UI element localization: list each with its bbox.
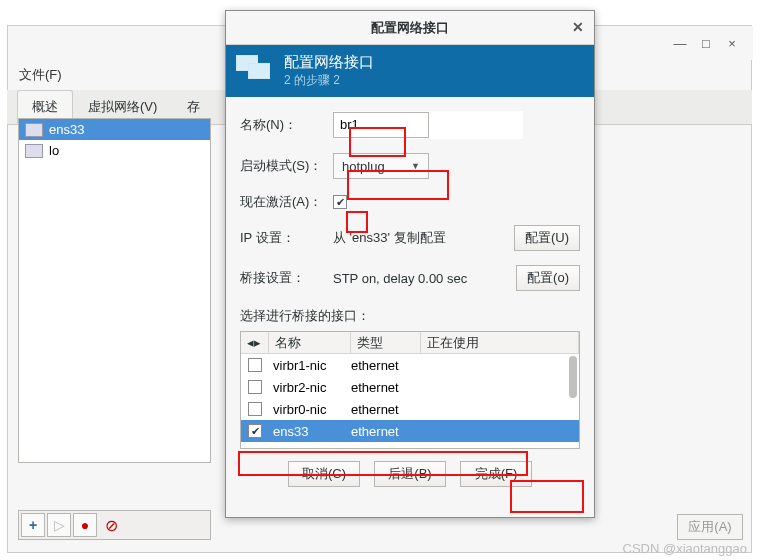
dialog-titlebar: 配置网络接口 ✕: [226, 11, 594, 45]
bridge-label: 桥接设置：: [240, 269, 325, 287]
finish-button[interactable]: 完成(F): [460, 461, 532, 487]
row-type: ethernet: [351, 402, 421, 417]
watermark: CSDN @xiaotanggao: [623, 541, 747, 556]
row-name: virbr1-nic: [269, 358, 351, 373]
activate-checkbox[interactable]: ✔: [333, 195, 347, 209]
table-row[interactable]: virbr1-nicethernet: [241, 354, 579, 376]
name-input[interactable]: br1: [333, 112, 429, 138]
interface-grid: ◂▸ 名称 类型 正在使用 virbr1-nicethernetvirbr2-n…: [240, 331, 580, 449]
row-name: virbr0-nic: [269, 402, 351, 417]
maximize-icon[interactable]: □: [699, 36, 713, 50]
row-checkbox[interactable]: ✔: [248, 424, 262, 438]
row-checkbox[interactable]: [248, 358, 262, 372]
list-item-ens33[interactable]: ens33: [19, 119, 210, 140]
startmode-value: hotplug: [342, 159, 385, 174]
list-item-lo[interactable]: lo: [19, 140, 210, 161]
startmode-label: 启动模式(S)：: [240, 157, 325, 175]
apply-button[interactable]: 应用(A): [677, 514, 743, 540]
close-icon[interactable]: ×: [725, 36, 739, 50]
ip-copy-text: 从 'ens33' 复制配置: [333, 229, 506, 247]
chevron-down-icon: ▼: [411, 161, 420, 171]
configure-ip-button[interactable]: 配置(U): [514, 225, 580, 251]
col-check[interactable]: ◂▸: [241, 332, 269, 353]
col-inuse[interactable]: 正在使用: [421, 332, 579, 353]
row-name: virbr2-nic: [269, 380, 351, 395]
back-button[interactable]: 后退(B): [374, 461, 446, 487]
nic-icon: [25, 144, 43, 158]
scrollbar-thumb[interactable]: [569, 356, 577, 398]
dialog-title: 配置网络接口: [371, 19, 449, 37]
row-type: ethernet: [351, 358, 421, 373]
table-row[interactable]: virbr2-nicethernet: [241, 376, 579, 398]
table-row[interactable]: virbr0-nicethernet: [241, 398, 579, 420]
network-icon: [236, 55, 274, 87]
bridge-status: STP on, delay 0.00 sec: [333, 271, 508, 286]
activate-label: 现在激活(A)：: [240, 193, 325, 211]
toolbar: + ▷ ● ⊘: [18, 510, 211, 540]
cancel-button[interactable]: 取消(C): [288, 461, 360, 487]
add-button[interactable]: +: [21, 513, 45, 537]
row-checkbox[interactable]: [248, 380, 262, 394]
col-name[interactable]: 名称: [269, 332, 351, 353]
ip-label: IP 设置：: [240, 229, 325, 247]
configure-dialog: 配置网络接口 ✕ 配置网络接口 2 的步骤 2 名称(N)： br1 启动模式(…: [225, 10, 595, 518]
nic-icon: [25, 123, 43, 137]
startmode-combo[interactable]: hotplug ▼: [333, 153, 429, 179]
row-type: ethernet: [351, 424, 421, 439]
row-type: ethernet: [351, 380, 421, 395]
name-label: 名称(N)：: [240, 116, 325, 134]
configure-bridge-button[interactable]: 配置(o): [516, 265, 580, 291]
minimize-icon[interactable]: —: [673, 36, 687, 50]
list-item-label: lo: [49, 143, 59, 158]
list-item-label: ens33: [49, 122, 84, 137]
dialog-body: 名称(N)： br1 启动模式(S)： hotplug ▼ 现在激活(A)： ✔: [226, 97, 594, 495]
close-icon[interactable]: ✕: [572, 19, 584, 35]
select-if-label: 选择进行桥接的接口：: [240, 305, 580, 331]
row-name: ens33: [269, 424, 351, 439]
col-type[interactable]: 类型: [351, 332, 421, 353]
dialog-banner: 配置网络接口 2 的步骤 2: [226, 45, 594, 97]
delete-button[interactable]: ⊘: [99, 513, 123, 537]
grid-header: ◂▸ 名称 类型 正在使用: [241, 332, 579, 354]
row-checkbox[interactable]: [248, 402, 262, 416]
banner-title: 配置网络接口: [284, 53, 374, 72]
banner-subtitle: 2 的步骤 2: [284, 72, 374, 89]
interface-list: ens33 lo: [18, 118, 211, 463]
play-button[interactable]: ▷: [47, 513, 71, 537]
table-row[interactable]: ✔ens33ethernet: [241, 420, 579, 442]
dialog-footer: 取消(C) 后退(B) 完成(F): [240, 449, 580, 487]
record-button[interactable]: ●: [73, 513, 97, 537]
